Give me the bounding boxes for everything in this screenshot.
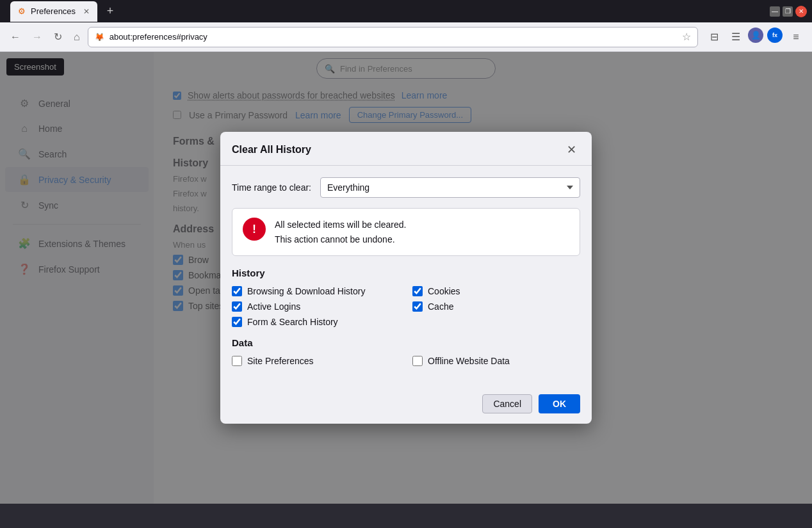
tab-title: Preferences [31, 6, 76, 16]
warning-text: All selected items will be cleared. This… [275, 218, 406, 246]
refresh-button[interactable]: ↻ [50, 28, 66, 45]
dialog-footer: Cancel OK [220, 388, 592, 424]
warning-icon: ! [243, 218, 266, 241]
time-range-label: Time range to clear: [232, 182, 311, 193]
fx-label: fx [772, 32, 777, 38]
cache-checkbox[interactable] [412, 301, 423, 312]
form-search-checkbox[interactable] [232, 317, 242, 327]
form-search-label: Form & Search History [247, 317, 338, 327]
site-icon: 🦊 [95, 33, 104, 42]
offline-data-checkbox[interactable] [412, 356, 423, 366]
forward-button[interactable]: → [28, 29, 46, 45]
address-bar[interactable]: 🦊 about:preferences#privacy ☆ [88, 27, 698, 47]
tab-close-button[interactable]: ✕ [83, 7, 90, 16]
browse-dl-row: Browsing & Download History [232, 286, 400, 296]
collections-button[interactable]: ⊟ [704, 28, 724, 47]
cache-label: Cache [428, 301, 453, 312]
url-text: about:preferences#privacy [110, 32, 677, 42]
clear-history-dialog: Clear All History ✕ Time range to clear:… [220, 132, 592, 424]
firefox-account-icon[interactable]: fx [767, 28, 783, 43]
offline-data-label: Offline Website Data [428, 356, 510, 366]
active-logins-checkbox[interactable] [232, 301, 242, 312]
dialog-titlebar: Clear All History ✕ [220, 132, 592, 166]
active-logins-label: Active Logins [247, 301, 300, 312]
warning-line1: All selected items will be cleared. [275, 218, 406, 232]
toolbar-icons: ⊟ ☰ 👤 fx ≡ [704, 28, 806, 47]
reader-view-button[interactable]: ☰ [726, 28, 745, 47]
minimize-button[interactable]: — [770, 6, 780, 17]
site-prefs-row: Site Preferences [232, 356, 400, 366]
history-section-heading: History [232, 268, 580, 278]
tab-icon: ⚙ [18, 6, 26, 16]
cookies-checkbox[interactable] [412, 286, 423, 296]
menu-button[interactable]: ≡ [786, 28, 806, 47]
window-controls: — ❐ ✕ [770, 6, 807, 17]
ok-button[interactable]: OK [539, 394, 580, 413]
restore-button[interactable]: ❐ [783, 6, 793, 17]
data-checkboxes-grid: Site Preferences Offline Website Data [232, 356, 580, 366]
browse-dl-label: Browsing & Download History [247, 286, 365, 296]
history-checkboxes-grid: Browsing & Download History Cookies Acti… [232, 286, 580, 327]
cancel-button[interactable]: Cancel [482, 394, 532, 413]
dialog-close-button[interactable]: ✕ [562, 141, 580, 159]
time-range-select[interactable]: Last Hour Last Two Hours Last Four Hours… [320, 177, 580, 198]
warning-line2: This action cannot be undone. [275, 232, 406, 246]
home-button[interactable]: ⌂ [70, 29, 84, 45]
cookies-label: Cookies [428, 286, 460, 296]
titlebar: ⚙ Preferences ✕ + — ❐ ✕ [0, 0, 812, 22]
active-logins-row: Active Logins [232, 301, 400, 312]
form-search-row: Form & Search History [232, 317, 400, 327]
dialog-title: Clear All History [232, 144, 311, 156]
dialog-body: Time range to clear: Last Hour Last Two … [220, 166, 592, 388]
browse-dl-checkbox[interactable] [232, 286, 242, 296]
navbar: ← → ↻ ⌂ 🦊 about:preferences#privacy ☆ ⊟ … [0, 22, 812, 52]
time-range-row: Time range to clear: Last Hour Last Two … [232, 177, 580, 198]
cookies-row: Cookies [412, 286, 580, 296]
close-button[interactable]: ✕ [795, 6, 807, 17]
site-prefs-checkbox[interactable] [232, 356, 242, 366]
modal-overlay: Clear All History ✕ Time range to clear:… [0, 52, 812, 504]
offline-data-row: Offline Website Data [412, 356, 580, 366]
avatar-icon[interactable]: 👤 [748, 28, 763, 43]
bookmark-star-icon[interactable]: ☆ [682, 31, 691, 43]
data-section-heading: Data [232, 337, 580, 348]
back-button[interactable]: ← [6, 29, 24, 45]
active-tab[interactable]: ⚙ Preferences ✕ [10, 1, 97, 22]
site-prefs-label: Site Preferences [247, 356, 314, 366]
new-tab-button[interactable]: + [101, 3, 119, 20]
warning-box: ! All selected items will be cleared. Th… [232, 208, 580, 256]
page-content: Screenshot 🔍 Find in Preferences ⚙ Gener… [0, 52, 812, 504]
cache-row: Cache [412, 301, 580, 312]
